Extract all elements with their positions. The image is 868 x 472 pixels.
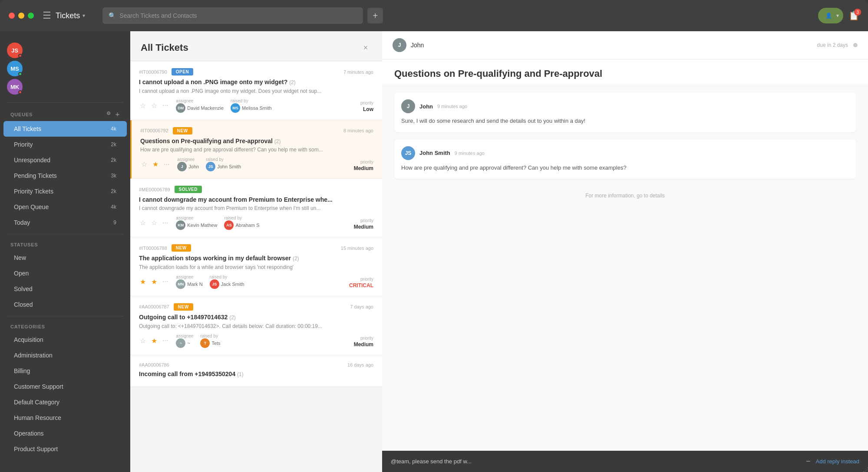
ticket-card-5[interactable]: #AA00006787 NEW 7 days ago Outgoing call… — [130, 296, 382, 355]
statuses-label: STATUSES — [10, 242, 38, 247]
sidebar-label-default-category: Default Category — [14, 399, 59, 406]
ticket-list-title: All Tickets — [141, 42, 188, 53]
more-button-3[interactable]: ··· — [162, 218, 169, 228]
sidebar-label-pending-tickets: Pending Tickets — [14, 172, 57, 179]
ticket-priority-1: priority Low — [360, 98, 373, 112]
ticket-preview-4: The application loads for a while and br… — [139, 264, 373, 270]
ticket-priority-4: priority CRITICAL — [349, 275, 373, 288]
more-info-link[interactable]: For more information, go to details — [394, 186, 856, 206]
ticket-footer-1: ☆ ☆ ··· assignee DM David Mackenzie — [139, 98, 373, 113]
maximize-button[interactable] — [28, 13, 34, 19]
search-input[interactable] — [119, 12, 357, 19]
detail-user-avatar: J — [393, 38, 406, 52]
msg1-name: John — [419, 103, 433, 110]
close-button[interactable] — [9, 13, 15, 19]
queues-section-header: QUEUES ⚙ + — [0, 106, 130, 121]
sidebar-label-today: Today — [14, 219, 30, 226]
add-button[interactable]: + — [367, 8, 383, 23]
raised-label-1: raised by — [231, 98, 271, 103]
sidebar-item-pending-tickets[interactable]: Pending Tickets 3k — [3, 168, 127, 184]
search-bar[interactable]: 🔍 — [102, 7, 363, 24]
sidebar-label-closed: Closed — [14, 301, 33, 308]
more-button-1[interactable]: ··· — [162, 101, 169, 110]
msg1-time: 9 minutes ago — [437, 104, 467, 109]
ticket-status-4: NEW — [172, 244, 191, 252]
more-button-2[interactable]: ··· — [163, 160, 170, 169]
more-button-4[interactable]: ··· — [162, 277, 169, 286]
avatar-ms[interactable]: MS — [7, 61, 23, 76]
sidebar-item-product-support[interactable]: Product Support — [3, 441, 127, 457]
sidebar-item-all-tickets[interactable]: All Tickets 4k — [3, 121, 127, 137]
raised-name-4: Jack Smith — [221, 282, 244, 287]
star-button-2[interactable]: ☆ — [140, 159, 148, 169]
ticket-title-6: Incoming call from +19495350204 (1) — [139, 370, 373, 378]
star-button-1[interactable]: ☆ — [139, 101, 147, 111]
sidebar-item-human-resource[interactable]: Human Resource — [3, 410, 127, 426]
ticket-card-3[interactable]: #ME00006789 SOLVED I cannot downgrade my… — [130, 179, 382, 237]
ticket-meta-6: 16 days ago — [347, 362, 373, 367]
ticket-raised-4: raised by JS Jack Smith — [210, 275, 244, 289]
queues-label: QUEUES — [10, 112, 33, 117]
message-2: JS John Smith 9 minutes ago How are pre … — [394, 139, 856, 179]
sidebar-item-acquisition[interactable]: Acquisition — [3, 332, 127, 347]
ticket-title-2: Questions on Pre-qualifying and Pre-appr… — [140, 137, 373, 145]
sidebar-item-new[interactable]: New — [3, 250, 127, 266]
sidebar-item-solved[interactable]: Solved — [3, 281, 127, 297]
main-content: JS MS MK QUEUES ⚙ + — [0, 31, 868, 472]
star2-button-4[interactable]: ★ — [150, 277, 158, 287]
ticket-card-2[interactable]: #IT00006792 NEW 8 minutes ago Questions … — [130, 120, 382, 179]
sidebar-label-solved: Solved — [14, 285, 33, 292]
star2-button-5[interactable]: ★ — [150, 336, 158, 346]
user-avatar-button[interactable]: 👤 ▾ — [818, 8, 843, 23]
sidebar-item-billing[interactable]: Billing — [3, 363, 127, 379]
star-button-3[interactable]: ☆ — [139, 218, 147, 228]
detail-panel: J John due in 2 days Questions on Pre-qu… — [382, 31, 868, 472]
sidebar-divider-1 — [7, 102, 123, 103]
ticket-card-1[interactable]: #IT00006790 OPEN 7 minutes ago I cannot … — [130, 61, 382, 120]
sidebar-label-acquisition: Acquisition — [14, 336, 43, 343]
star2-button-2[interactable]: ★ — [152, 159, 159, 169]
star-button-5[interactable]: ☆ — [139, 336, 147, 346]
close-panel-button[interactable]: × — [360, 42, 372, 54]
sidebar-label-all-tickets: All Tickets — [14, 125, 41, 132]
sidebar-item-open[interactable]: Open — [3, 266, 127, 281]
ticket-id-4: #IT00006788 — [139, 246, 167, 251]
sidebar-item-customer-support[interactable]: Customer Support — [3, 379, 127, 394]
sidebar-item-open-queue[interactable]: Open Queue 4k — [3, 199, 127, 215]
ticket-card-6[interactable]: #AA00006786 16 days ago Incoming call fr… — [130, 355, 382, 387]
minimize-button[interactable] — [18, 13, 24, 19]
sidebar-item-unresponded[interactable]: Unresponded 2k — [3, 152, 127, 168]
sidebar-item-operations[interactable]: Operations — [3, 426, 127, 441]
app-title-text: Tickets — [56, 11, 80, 20]
ticket-raised-2: raised by JS John Smith — [206, 157, 241, 171]
sidebar-item-closed[interactable]: Closed — [3, 297, 127, 312]
ticket-meta-5: 7 days ago — [350, 304, 373, 309]
notification-button[interactable]: 📋 3 — [848, 10, 859, 21]
queues-gear-icon[interactable]: ⚙ — [106, 111, 111, 118]
assignee-label-1: assignee — [176, 98, 224, 103]
sidebar-item-today[interactable]: Today 9 — [3, 215, 127, 230]
raised-name-2: John Smith — [217, 164, 241, 169]
sidebar-badge-all-tickets: 4k — [111, 126, 116, 132]
sidebar-label-operations: Operations — [14, 430, 43, 437]
sidebar-item-priority[interactable]: Priority 2k — [3, 137, 127, 152]
sidebar-item-priority-tickets[interactable]: Priority Tickets 2k — [3, 184, 127, 199]
star-button-4[interactable]: ★ — [139, 277, 147, 287]
add-reply-button[interactable]: Add reply instead — [816, 458, 859, 465]
detail-username: John — [411, 42, 424, 49]
more-button-5[interactable]: ··· — [162, 336, 169, 345]
sidebar-item-default-category[interactable]: Default Category — [3, 394, 127, 410]
queues-plus-icon[interactable]: + — [116, 111, 120, 118]
avatar-mk[interactable]: MK — [7, 79, 23, 95]
app-title-btn[interactable]: Tickets ▾ — [56, 11, 85, 20]
ticket-card-4[interactable]: #IT00006788 NEW 15 minutes ago The appli… — [130, 237, 382, 296]
detail-title: Questions on Pre-qualifying and Pre-appr… — [382, 59, 868, 84]
minimize-reply-button[interactable]: − — [806, 457, 811, 466]
sidebar-item-administration[interactable]: Administration — [3, 347, 127, 363]
star2-button-3[interactable]: ☆ — [150, 218, 158, 228]
star2-button-1[interactable]: ☆ — [150, 101, 158, 111]
msg1-text: Sure, I will do some research and send t… — [401, 117, 849, 125]
assignee-name-5: ~ — [187, 341, 190, 346]
avatar-js[interactable]: JS — [7, 43, 23, 58]
sidebar-badge-pending-tickets: 3k — [111, 173, 116, 179]
